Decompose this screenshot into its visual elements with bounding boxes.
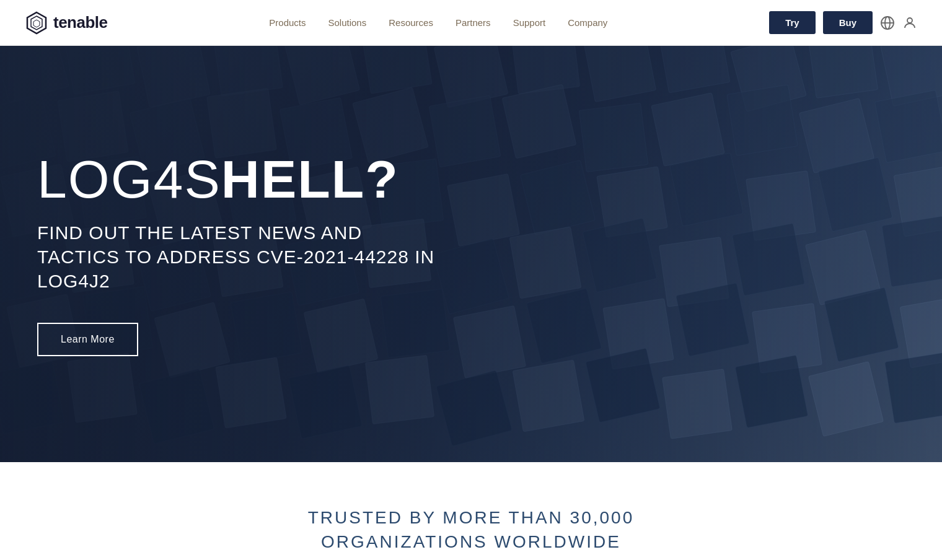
header-actions: Try Buy <box>769 11 917 34</box>
buy-button[interactable]: Buy <box>823 11 873 34</box>
nav-item-company[interactable]: Company <box>568 17 607 28</box>
hero-title-bold: HELL? <box>221 149 399 209</box>
svg-marker-2 <box>33 20 40 27</box>
try-button[interactable]: Try <box>769 11 816 34</box>
svg-point-6 <box>907 18 912 23</box>
svg-marker-0 <box>27 12 46 33</box>
hero-subtitle: FIND OUT THE LATEST NEWS AND TACTICS TO … <box>37 221 446 293</box>
trust-line2: ORGANIZATIONS WORLDWIDE <box>321 532 621 551</box>
trust-title: TRUSTED BY MORE THAN 30,000 ORGANIZATION… <box>25 505 917 554</box>
svg-marker-1 <box>31 16 42 30</box>
nav-item-resources[interactable]: Resources <box>389 17 433 28</box>
hero-title-light: LOG4S <box>37 149 221 209</box>
hero-content: LOG4SHELL? FIND OUT THE LATEST NEWS AND … <box>0 152 483 356</box>
hero-title: LOG4SHELL? <box>37 152 446 206</box>
nav-item-support[interactable]: Support <box>513 17 546 28</box>
logo[interactable]: tenable <box>25 11 108 35</box>
globe-icon[interactable] <box>880 15 895 30</box>
learn-more-button[interactable]: Learn More <box>37 323 138 356</box>
logo-text: tenable <box>53 13 108 32</box>
user-icon[interactable] <box>902 15 917 30</box>
nav-item-partners[interactable]: Partners <box>456 17 491 28</box>
main-nav: Products Solutions Resources Partners Su… <box>269 17 607 28</box>
trust-line1: TRUSTED BY MORE THAN 30,000 <box>308 508 635 527</box>
trust-section: TRUSTED BY MORE THAN 30,000 ORGANIZATION… <box>0 462 942 560</box>
hero-section: LOG4SHELL? FIND OUT THE LATEST NEWS AND … <box>0 46 942 462</box>
nav-item-products[interactable]: Products <box>269 17 306 28</box>
nav-item-solutions[interactable]: Solutions <box>328 17 367 28</box>
header: tenable Products Solutions Resources Par… <box>0 0 942 46</box>
tenable-logo-icon <box>25 11 48 35</box>
